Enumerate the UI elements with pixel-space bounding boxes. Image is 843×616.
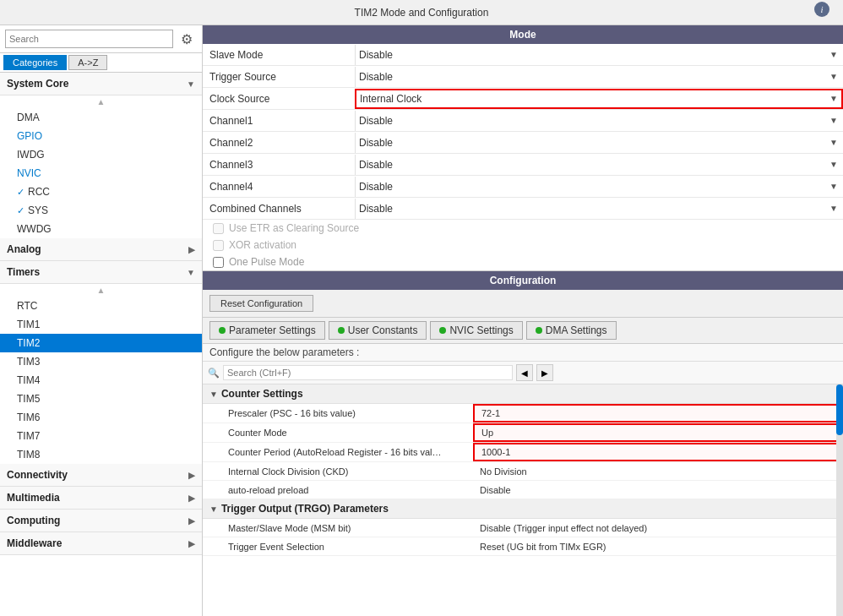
tab-categories[interactable]: Categories [3, 55, 67, 70]
section-system-core[interactable]: System Core ▼ [0, 73, 202, 95]
sidebar-item-tim6[interactable]: TIM6 [0, 408, 202, 427]
etr-label: Use ETR as Clearing Source [229, 222, 359, 234]
param-row-trigger-event: Trigger Event Selection Reset (UG bit fr… [203, 537, 843, 556]
one-pulse-label: One Pulse Mode [229, 256, 304, 268]
reset-config-button[interactable]: Reset Configuration [209, 295, 313, 312]
autoreload-value: Disable [473, 482, 843, 498]
mode-section: Slave Mode Disable ▼ Trigger Source Disa… [203, 44, 843, 271]
ckd-name: Internal Clock Division (CKD) [203, 464, 473, 479]
section-middleware[interactable]: Middleware ▶ [0, 532, 202, 555]
top-bar: TIM2 Mode and Configuration [0, 0, 843, 25]
channel2-select-wrapper: Disable ▼ [355, 133, 843, 153]
param-row-counter-period: Counter Period (AutoReload Register - 16… [203, 443, 843, 462]
sidebar-item-dma[interactable]: DMA [0, 108, 202, 127]
sidebar-item-tim2[interactable]: TIM2 [0, 334, 202, 352]
xor-checkbox[interactable] [213, 240, 224, 251]
scrollbar-thumb[interactable] [836, 384, 843, 435]
tab-nvic-settings[interactable]: NVIC Settings [430, 321, 522, 340]
section-multimedia[interactable]: Multimedia ▶ [0, 487, 202, 510]
sidebar-item-rtc[interactable]: RTC [0, 297, 202, 315]
sidebar-item-tim5[interactable]: TIM5 [0, 390, 202, 408]
channel4-row: Channel4 Disable ▼ [203, 176, 843, 198]
counter-mode-value: Up [473, 423, 843, 442]
section-connectivity-label: Connectivity [7, 469, 68, 481]
channel1-select-wrapper: Disable ▼ [355, 111, 843, 131]
msm-name: Master/Slave Mode (MSM bit) [203, 521, 473, 536]
gear-button[interactable]: ⚙ [177, 29, 197, 49]
etr-checkbox[interactable] [213, 223, 224, 234]
search-next-btn[interactable]: ▶ [536, 364, 553, 381]
sidebar-scroll: System Core ▼ ▲ DMA GPIO IWDG NVIC ✓ RCC [0, 73, 202, 616]
search-prev-btn[interactable]: ◀ [516, 364, 533, 381]
counter-settings-header[interactable]: ▼ Counter Settings [203, 384, 843, 404]
channel4-select[interactable]: Disable [355, 177, 843, 197]
tab-dma-label: DMA Settings [546, 324, 607, 336]
combined-channels-label: Combined Channels [203, 200, 355, 217]
section-computing[interactable]: Computing ▶ [0, 510, 202, 532]
tab-dot-icon4 [536, 327, 542, 334]
scroll-up-icon-timers: ▲ [97, 286, 106, 295]
xor-checkbox-row: XOR activation [203, 237, 843, 253]
section-analog[interactable]: Analog ▶ [0, 238, 202, 261]
section-connectivity[interactable]: Connectivity ▶ [0, 464, 202, 487]
iwdg-label: IWDG [17, 149, 45, 161]
combined-channels-row: Combined Channels Disable ▼ [203, 198, 843, 220]
channel2-row: Channel2 Disable ▼ [203, 132, 843, 154]
channel1-select[interactable]: Disable [355, 111, 843, 131]
combined-channels-select-wrapper: Disable ▼ [355, 199, 843, 219]
rcc-label: RCC [28, 186, 50, 198]
tab-parameter-settings[interactable]: Parameter Settings [209, 321, 325, 340]
param-row-msm: Master/Slave Mode (MSM bit) Disable (Tri… [203, 519, 843, 537]
config-search-input[interactable] [223, 365, 513, 380]
sidebar-item-wwdg[interactable]: WWDG [0, 220, 202, 238]
sidebar-item-tim8[interactable]: TIM8 [0, 445, 202, 464]
config-section: Configuration Reset Configuration Parame… [203, 271, 843, 616]
tab-dma-settings[interactable]: DMA Settings [526, 321, 617, 340]
section-timers-label: Timers [7, 266, 40, 278]
counter-settings-label: Counter Settings [221, 388, 303, 400]
sidebar-item-sys[interactable]: ✓ SYS [0, 201, 202, 220]
ckd-value: No Division [473, 464, 843, 479]
counter-settings-params: Prescaler (PSC - 16 bits value) 72-1 Cou… [203, 404, 843, 499]
config-content: ▼ Counter Settings Prescaler (PSC - 16 b… [203, 384, 843, 616]
config-note: Configure the below parameters : [203, 344, 843, 362]
config-toolbar: Reset Configuration [203, 290, 843, 318]
sidebar-item-gpio[interactable]: GPIO [0, 127, 202, 145]
scrollbar-track [836, 384, 843, 616]
trigger-source-select[interactable]: Disable [355, 67, 843, 87]
tab-user-constants[interactable]: User Constants [329, 321, 427, 340]
sidebar-item-tim1[interactable]: TIM1 [0, 315, 202, 334]
sidebar-item-iwdg[interactable]: IWDG [0, 145, 202, 164]
trigger-source-label: Trigger Source [203, 68, 355, 85]
combined-channels-select[interactable]: Disable [355, 199, 843, 219]
chevron-right-icon-media: ▶ [188, 493, 195, 503]
slave-mode-select[interactable]: Disable [355, 45, 843, 65]
sidebar-item-tim3[interactable]: TIM3 [0, 352, 202, 371]
section-middleware-label: Middleware [7, 537, 62, 549]
sidebar-item-nvic[interactable]: NVIC [0, 164, 202, 183]
sidebar-item-rcc[interactable]: ✓ RCC [0, 183, 202, 201]
channel3-row: Channel3 Disable ▼ [203, 154, 843, 176]
clock-source-input[interactable] [355, 89, 843, 109]
sidebar-item-tim4[interactable]: TIM4 [0, 371, 202, 390]
trgo-header[interactable]: ▼ Trigger Output (TRGO) Parameters [203, 499, 843, 519]
trgo-params: Master/Slave Mode (MSM bit) Disable (Tri… [203, 519, 843, 556]
msm-value: Disable (Trigger input effect not delaye… [473, 521, 843, 536]
clock-source-row: Clock Source ▼ [203, 88, 843, 110]
search-input[interactable] [5, 30, 173, 48]
sidebar-tabs: Categories A->Z [0, 53, 202, 73]
tab-atoz[interactable]: A->Z [68, 55, 107, 70]
section-timers[interactable]: Timers ▼ [0, 261, 202, 284]
right-panel: Mode Slave Mode Disable ▼ Trigger Source… [203, 25, 843, 616]
sidebar-item-tim7[interactable]: TIM7 [0, 427, 202, 445]
one-pulse-checkbox[interactable] [213, 257, 224, 268]
counter-period-name: Counter Period (AutoReload Register - 16… [203, 444, 473, 460]
chevron-down-icon: ▼ [187, 79, 195, 89]
xor-label: XOR activation [229, 239, 296, 251]
counter-mode-name: Counter Mode [203, 425, 473, 440]
one-pulse-checkbox-row: One Pulse Mode [203, 253, 843, 270]
channel2-select[interactable]: Disable [355, 133, 843, 153]
channel3-select[interactable]: Disable [355, 155, 843, 175]
etr-checkbox-row: Use ETR as Clearing Source [203, 220, 843, 237]
tab-nvic-label: NVIC Settings [449, 324, 513, 336]
